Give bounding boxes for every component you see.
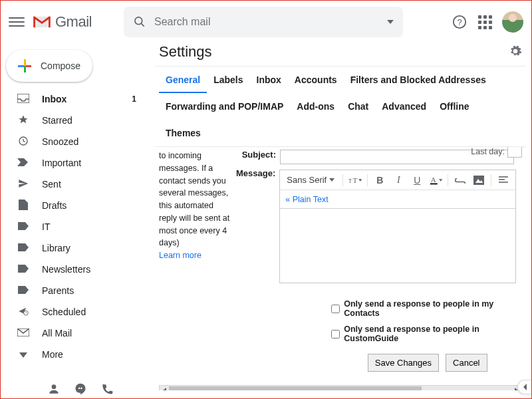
domain-only-checkbox[interactable]: Only send a response to people in Custom…: [331, 325, 522, 343]
search-options-icon[interactable]: [387, 20, 394, 24]
inbox-icon: [17, 94, 30, 105]
align-button[interactable]: [497, 174, 510, 187]
svg-rect-4: [17, 94, 29, 103]
sidebar-item-drafts[interactable]: Drafts: [1, 195, 144, 216]
align-icon: [499, 176, 508, 184]
chevron-down-icon: [329, 178, 334, 182]
label-icon: [17, 264, 30, 275]
clock-icon: [17, 136, 30, 148]
editor-toolbar: Sans Serif TT B: [280, 170, 515, 190]
horizontal-scrollbar[interactable]: [159, 385, 522, 390]
chevron-left-icon: [523, 384, 528, 390]
side-panel-toggle[interactable]: [517, 380, 532, 394]
font-size-icon: TT: [348, 176, 358, 185]
link-icon: [455, 177, 466, 184]
star-icon: [17, 114, 30, 127]
sidebar-item-library[interactable]: Library: [1, 237, 144, 259]
compose-label: Compose: [41, 61, 80, 71]
gear-icon: [509, 45, 522, 58]
tab-general[interactable]: General: [159, 66, 207, 93]
label-icon: [17, 221, 30, 232]
sidebar-item-label: IT: [42, 221, 50, 232]
image-button[interactable]: [472, 174, 485, 187]
compose-button[interactable]: Compose: [6, 50, 92, 82]
italic-button[interactable]: I: [392, 174, 405, 187]
settings-tabs: GeneralLabelsInboxAccountsFilters and Bl…: [155, 66, 526, 147]
sidebar-item-starred[interactable]: Starred: [1, 110, 144, 131]
main-menu-button[interactable]: [9, 14, 25, 30]
important-icon: [17, 158, 30, 168]
contacts-only-checkbox[interactable]: Only send a response to people in my Con…: [331, 299, 522, 318]
search-bar[interactable]: [124, 7, 403, 37]
tab-themes[interactable]: Themes: [159, 120, 207, 146]
phone-icon[interactable]: [100, 382, 114, 396]
tab-offline[interactable]: Offline: [433, 93, 475, 120]
sidebar-item-inbox[interactable]: Inbox1: [1, 88, 144, 110]
svg-text:T: T: [348, 178, 352, 184]
tab-accounts[interactable]: Accounts: [288, 66, 344, 93]
save-changes-button[interactable]: Save Changes: [368, 354, 439, 372]
search-input[interactable]: [154, 16, 382, 28]
tab-inbox[interactable]: Inbox: [250, 66, 288, 93]
search-icon: [133, 15, 146, 29]
learn-more-link[interactable]: Learn more: [159, 251, 201, 260]
plus-icon: [18, 59, 31, 72]
sidebar-item-label: Snoozed: [42, 136, 78, 147]
gmail-icon: [33, 15, 51, 29]
sidebar-item-label: More: [42, 349, 63, 360]
sidebar-item-sent[interactable]: Sent: [1, 174, 144, 195]
scheduled-icon: [17, 306, 30, 319]
plain-text-link[interactable]: « Plain Text: [285, 195, 328, 204]
allmail-icon: [17, 328, 30, 338]
sidebar-item-more[interactable]: More: [1, 344, 144, 365]
message-label: Message:: [236, 168, 279, 372]
label-icon: [17, 243, 30, 253]
chevron-down-icon: [358, 179, 362, 182]
font-size-button[interactable]: TT: [348, 174, 362, 187]
cancel-button[interactable]: Cancel: [446, 354, 487, 372]
tab-forwarding-and-pop-imap[interactable]: Forwarding and POP/IMAP: [159, 93, 290, 120]
text-color-button[interactable]: A: [429, 174, 442, 187]
sidebar-item-label: Parents: [42, 285, 74, 296]
help-button[interactable]: ?: [452, 14, 467, 30]
sidebar-item-count: 1: [132, 94, 136, 104]
tab-advanced[interactable]: Advanced: [375, 93, 433, 120]
gmail-logo[interactable]: Gmail: [33, 13, 92, 31]
vacation-description: to incoming messages. If a contact sends…: [159, 150, 231, 376]
account-avatar[interactable]: [502, 11, 523, 33]
apps-button[interactable]: [477, 14, 493, 30]
sidebar-item-important[interactable]: Important: [1, 152, 144, 174]
hangouts-icon[interactable]: [74, 382, 87, 396]
sidebar-item-it[interactable]: IT: [1, 216, 144, 237]
sidebar-item-label: Library: [42, 243, 70, 253]
link-button[interactable]: [454, 174, 467, 187]
last-day-input[interactable]: [507, 147, 522, 158]
sidebar-item-label: Sent: [42, 179, 61, 190]
svg-line-1: [141, 24, 144, 27]
last-day-field: Last day:: [471, 147, 522, 158]
tab-filters-and-blocked-addresses[interactable]: Filters and Blocked Addresses: [344, 66, 493, 93]
gmail-logo-text: Gmail: [55, 13, 92, 31]
bold-button[interactable]: B: [373, 174, 386, 187]
tab-add-ons[interactable]: Add-ons: [290, 93, 341, 120]
sidebar-item-snoozed[interactable]: Snoozed: [1, 131, 144, 152]
tab-labels[interactable]: Labels: [207, 66, 249, 93]
svg-text:A: A: [431, 175, 436, 183]
sidebar-item-scheduled[interactable]: Scheduled: [1, 301, 144, 323]
underline-button[interactable]: U: [410, 174, 424, 187]
tab-chat[interactable]: Chat: [341, 93, 375, 120]
label-icon: [17, 285, 30, 296]
settings-gear-button[interactable]: [509, 45, 522, 60]
send-icon: [17, 178, 30, 191]
apps-icon: [478, 15, 492, 29]
font-family-select[interactable]: Sans Serif: [284, 175, 337, 185]
sidebar-item-newsletters[interactable]: Newsletters: [1, 259, 144, 280]
svg-point-17: [52, 384, 57, 389]
contacts-icon[interactable]: [47, 382, 61, 396]
sidebar-item-parents[interactable]: Parents: [1, 280, 144, 301]
sidebar-item-label: Drafts: [42, 200, 66, 211]
image-icon: [473, 176, 484, 185]
sidebar-item-all-mail[interactable]: All Mail: [1, 323, 144, 344]
sidebar-item-label: Starred: [42, 115, 72, 126]
message-body[interactable]: [280, 208, 515, 283]
